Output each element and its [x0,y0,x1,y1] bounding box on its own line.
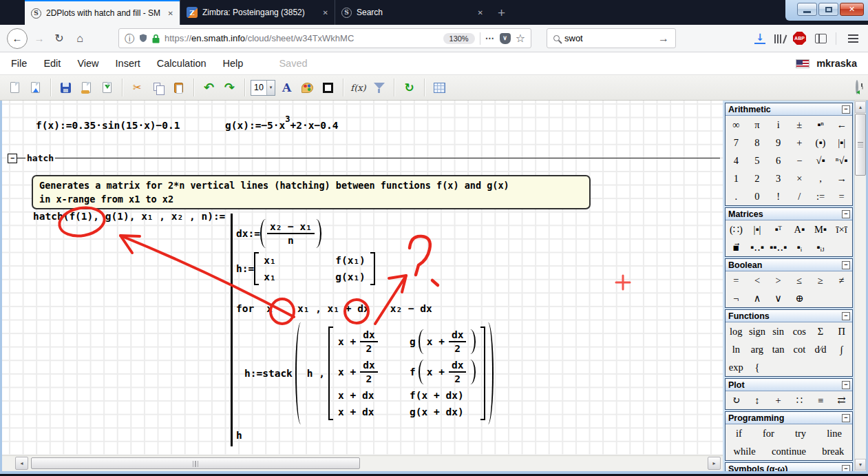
bookmark-star-icon[interactable]: ☆ [516,32,525,45]
tab-search[interactable]: S Search ✕ [335,0,489,25]
page-actions-icon[interactable]: ⋯ [485,33,495,43]
sidebar-toggle-icon[interactable] [815,34,827,43]
background-color-button[interactable] [298,79,317,97]
menu-calculation[interactable]: Calculation [157,58,207,69]
palette-button[interactable]: ↻ [726,391,747,409]
palette-button[interactable]: ∧ [747,289,768,307]
save-button[interactable] [56,79,75,97]
page-info-icon[interactable]: ⓘ [125,34,134,43]
tab-zimbra[interactable]: Z Zimbra: Posteingang (3852) ✕ [180,0,335,25]
palette-button[interactable]: ∷ [789,391,810,409]
palette-button[interactable]: ▪ⁿ [810,116,832,134]
palette-button[interactable]: ≤ [789,271,810,289]
palette-button[interactable]: d⁄d [810,340,832,358]
palette-button[interactable]: ↕ [747,391,768,409]
palette-button[interactable]: 7 [726,134,747,152]
palette-button[interactable]: i [768,116,789,134]
worksheet-canvas[interactable]: f(x):=0.35·sin(15·x)−0.1 g(x):=−5·x3+2·x… [2,101,723,455]
palette-button[interactable]: ¬ [726,289,747,307]
palette-button[interactable]: continue [769,442,809,460]
dropdown-arrow-icon[interactable]: ▾ [266,81,275,95]
palette-button[interactable]: ≠ [831,271,852,289]
library-icon[interactable] [774,34,784,43]
palette-button[interactable]: ! [768,187,789,205]
palette-button[interactable]: ī×ī [831,220,852,238]
palette-button[interactable]: ▪ᵀ [768,220,789,238]
palette-button[interactable]: ∞ [726,116,747,134]
palette-button[interactable]: − [789,152,810,169]
collapse-section-button[interactable]: − [842,261,850,269]
palette-button[interactable]: ⇄ [831,391,852,409]
border-button[interactable] [319,79,337,97]
collapse-section-button[interactable]: − [842,312,850,320]
palette-button[interactable]: = [726,271,747,289]
palette-button[interactable]: { [747,358,768,376]
collapse-section-button[interactable]: − [842,105,850,114]
palette-button[interactable]: |▪| [831,134,852,152]
vertical-scrollbar[interactable]: ▴ ▾ [854,101,866,471]
font-color-button[interactable]: A [277,79,296,97]
scroll-up-button[interactable]: ▴ [855,101,866,113]
menu-edit[interactable]: Edit [43,58,61,69]
search-bar[interactable]: swot → [547,28,676,48]
palette-button[interactable]: ▪ᵢⱼ [810,238,832,256]
reload-button[interactable]: ↻ [51,32,67,45]
scroll-right-button[interactable]: ▸ [708,457,721,470]
description-note-box[interactable]: Generates a matrix for 2*n vertical line… [32,175,591,209]
redo-button[interactable]: ↷ [220,79,239,97]
font-size-select[interactable]: 10 ▾ [251,80,275,96]
new-sheet-button[interactable] [6,79,24,97]
minimize-button[interactable] [797,3,817,16]
palette-button[interactable]: ± [789,116,810,134]
palette-button[interactable]: → [831,169,852,187]
palette-button[interactable]: + [768,391,789,409]
palette-button[interactable]: 6 [768,152,789,169]
search-submit-icon[interactable]: → [658,32,669,45]
tab-close-icon[interactable]: ✕ [165,10,173,17]
recalculate-button[interactable]: ↻ [400,79,419,97]
palette-button[interactable]: break [819,442,847,460]
palette-button[interactable]: try [792,424,809,442]
palette-button[interactable]: (∷) [726,220,747,238]
horizontal-scrollbar[interactable]: ◂ ▸ [2,455,723,471]
palette-button[interactable]: tan [768,340,789,358]
palette-button[interactable]: Π [831,322,852,340]
palette-button[interactable]: log [726,322,747,340]
search-input-value[interactable]: swot [564,33,583,43]
palette-button[interactable]: cot [789,340,810,358]
scroll-down-button[interactable]: ▾ [855,459,866,470]
url-bar[interactable]: ⓘ https://en.smath.info/cloud/sheet/w34T… [118,28,531,48]
palette-button[interactable]: 1 [726,169,747,187]
palette-button[interactable]: ▪▪‥▪ [768,238,789,256]
palette-button[interactable]: , [810,169,832,187]
cut-button[interactable]: ✂ [128,79,147,97]
collapse-section-icon[interactable]: − [8,154,17,163]
palette-button[interactable]: ∨ [768,289,789,307]
palette-button[interactable]: |▪| [747,220,768,238]
h-stack-assignment[interactable]: h:=stack h , x +dx2 gx +dx2 x +dx2 [244,322,496,424]
palette-button[interactable]: ⁿ√▪ [831,152,852,169]
collapse-section-button[interactable]: − [842,210,850,218]
new-tab-button[interactable]: + [489,6,514,19]
palette-button[interactable]: A▪ [789,220,810,238]
palette-button[interactable]: ▪ᵢ [789,238,810,256]
palette-button[interactable]: + [789,134,810,152]
palette-button[interactable]: ≥ [810,271,832,289]
palette-button[interactable]: for [760,424,777,442]
menu-hamburger-icon[interactable] [848,34,858,43]
return-value-h[interactable]: h [236,430,242,441]
palette-button[interactable]: √▪ [810,152,832,169]
palette-button[interactable]: ▪‥▪ [747,238,768,256]
filter-button[interactable] [370,79,388,97]
palette-button[interactable]: sin [768,322,789,340]
history-button[interactable] [856,81,862,94]
home-button[interactable]: ⌂ [72,32,88,45]
h-initial-assignment[interactable]: h:= x₁f(x₁) x₁g(x₁) [236,252,375,285]
palette-button[interactable]: while [731,442,759,460]
language-flag-icon[interactable] [796,59,809,68]
hatch-function-signature[interactable]: hatch(f(1), g(1), x₁ , x₂ , n):= [33,211,225,222]
for-loop-line[interactable]: for x x₁ , x₁ + dx x₂ − dx [236,303,432,314]
palette-button[interactable]: (▪) [810,134,832,152]
username[interactable]: mkraska [816,58,857,69]
palette-button[interactable]: if [733,424,745,442]
